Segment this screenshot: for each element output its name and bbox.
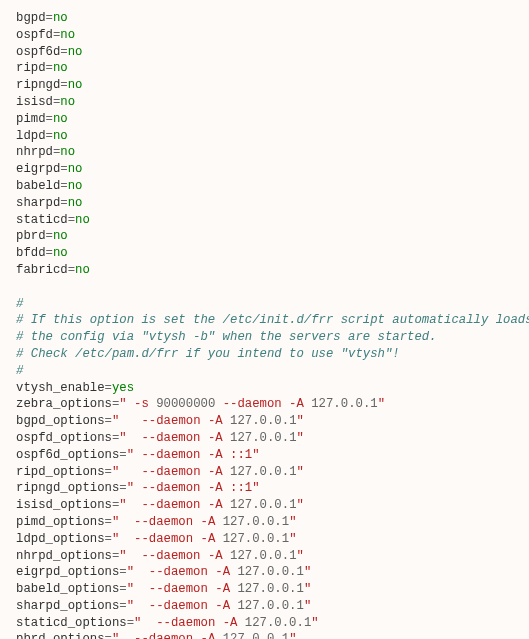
daemon-line: staticd=no [16, 213, 90, 227]
option-addr-octet: 0 [282, 582, 289, 596]
option-addr-octet: 127 [223, 532, 245, 546]
option-string-close: " [304, 565, 311, 579]
option-addr-octet: 127 [311, 397, 333, 411]
option-addr-octet: 127 [230, 498, 252, 512]
option-addr-octet: 0 [356, 397, 363, 411]
option-addr-octet: 1 [297, 582, 304, 596]
daemon-line: pbrd=no [16, 229, 68, 243]
option-addr-octet: 127 [230, 549, 252, 563]
option-string-open: " -s [119, 397, 156, 411]
comment-line: # [16, 297, 23, 311]
option-string-close: " [311, 616, 318, 630]
daemon-value: no [53, 246, 68, 260]
daemon-name: babeld [16, 179, 60, 193]
option-addr-octet: 0 [252, 632, 259, 639]
option-string-close: " [297, 549, 304, 563]
comment-line: # If this option is set the /etc/init.d/… [16, 313, 529, 327]
option-string-close: " [304, 582, 311, 596]
option-string-open: " [112, 632, 134, 639]
option-line: staticd_options=" --daemon -A 127.0.0.1" [16, 616, 319, 630]
daemon-name: ripngd [16, 78, 60, 92]
option-addr-octet: 0 [274, 414, 281, 428]
option-number: 90000000 [156, 397, 215, 411]
comment-row: # [16, 364, 23, 378]
daemon-name: bgpd [16, 11, 46, 25]
option-string-mid: --daemon -A [141, 431, 230, 445]
option-string-open: " [119, 498, 141, 512]
option-addr-octet: 127 [223, 515, 245, 529]
option-string-mid: --daemon -A [149, 599, 238, 613]
option-line: nhrpd_options=" --daemon -A 127.0.0.1" [16, 549, 304, 563]
option-string-mid: --daemon -A [156, 616, 245, 630]
option-addr-octet: 1 [289, 498, 296, 512]
option-name: babeld_options [16, 582, 119, 596]
daemon-name: isisd [16, 95, 53, 109]
option-name: pimd_options [16, 515, 105, 529]
daemon-name: sharpd [16, 196, 60, 210]
option-string-close: " [304, 599, 311, 613]
daemon-value: no [68, 78, 83, 92]
option-string-open: " [127, 481, 142, 495]
daemon-value: no [53, 11, 68, 25]
option-string-open: " [127, 448, 142, 462]
option-string-close: " [252, 448, 259, 462]
option-line: bgpd_options=" --daemon -A 127.0.0.1" [16, 414, 304, 428]
option-name: ldpd_options [16, 532, 105, 546]
option-string-open: " [112, 414, 142, 428]
option-name: isisd_options [16, 498, 112, 512]
daemon-value: no [75, 263, 90, 277]
option-addr-octet: 1 [289, 431, 296, 445]
option-addr-octet: 127 [237, 599, 259, 613]
option-string-mid: --daemon -A [141, 448, 230, 462]
option-string-mid: --daemon -A [134, 632, 223, 639]
option-name: staticd_options [16, 616, 127, 630]
option-line: isisd_options=" --daemon -A 127.0.0.1" [16, 498, 304, 512]
daemon-line: isisd=no [16, 95, 75, 109]
option-addr-octet: 0 [274, 465, 281, 479]
option-name: ospf6d_options [16, 448, 119, 462]
daemon-line: eigrpd=no [16, 162, 82, 176]
daemon-value: no [53, 229, 68, 243]
daemon-value: no [53, 129, 68, 143]
option-name: eigrpd_options [16, 565, 119, 579]
option-string-open: " [134, 616, 156, 630]
option-string-close: " [289, 532, 296, 546]
option-string-open: " [127, 599, 149, 613]
daemon-line: pimd=no [16, 112, 68, 126]
option-addr-octet: 0 [260, 465, 267, 479]
vtysh-enable-value: yes [112, 381, 134, 395]
option-line: pimd_options=" --daemon -A 127.0.0.1" [16, 515, 297, 529]
option-string-open: " [119, 431, 141, 445]
option-line: pbrd_options=" --daemon -A 127.0.0.1" [16, 632, 297, 639]
option-addr-octet: 1 [297, 565, 304, 579]
option-string-mid: --daemon -A [141, 465, 230, 479]
option-string-close: " [289, 632, 296, 639]
option-addr-octet: 127 [230, 465, 252, 479]
option-string-mid: --daemon -A [149, 565, 238, 579]
daemon-name: staticd [16, 213, 68, 227]
option-string-mid: --daemon -A [141, 481, 230, 495]
daemon-line: bgpd=no [16, 11, 68, 25]
option-addr: ::1 [230, 448, 252, 462]
option-addr-octet: 0 [282, 565, 289, 579]
daemon-line: bfdd=no [16, 246, 68, 260]
option-addr-octet: 0 [274, 616, 281, 630]
option-string-mid: --daemon -A [134, 532, 223, 546]
option-addr-octet: 0 [252, 515, 259, 529]
comment-row: # the config via "vtysh -b" when the ser… [16, 330, 437, 344]
daemon-name: pimd [16, 112, 46, 126]
option-addr-octet: 127 [245, 616, 267, 630]
vtysh-enable-line: vtysh_enable=yes [16, 381, 134, 395]
option-addr-octet: 0 [260, 549, 267, 563]
daemon-value: no [60, 145, 75, 159]
daemon-value: no [60, 95, 75, 109]
daemon-line: sharpd=no [16, 196, 82, 210]
daemon-name: bfdd [16, 246, 46, 260]
option-string-close: " [297, 431, 304, 445]
daemon-value: no [68, 162, 83, 176]
daemon-line: nhrpd=no [16, 145, 75, 159]
daemon-value: no [75, 213, 90, 227]
daemon-value: no [60, 28, 75, 42]
comment-line: # [16, 364, 23, 378]
option-string-close: " [378, 397, 385, 411]
